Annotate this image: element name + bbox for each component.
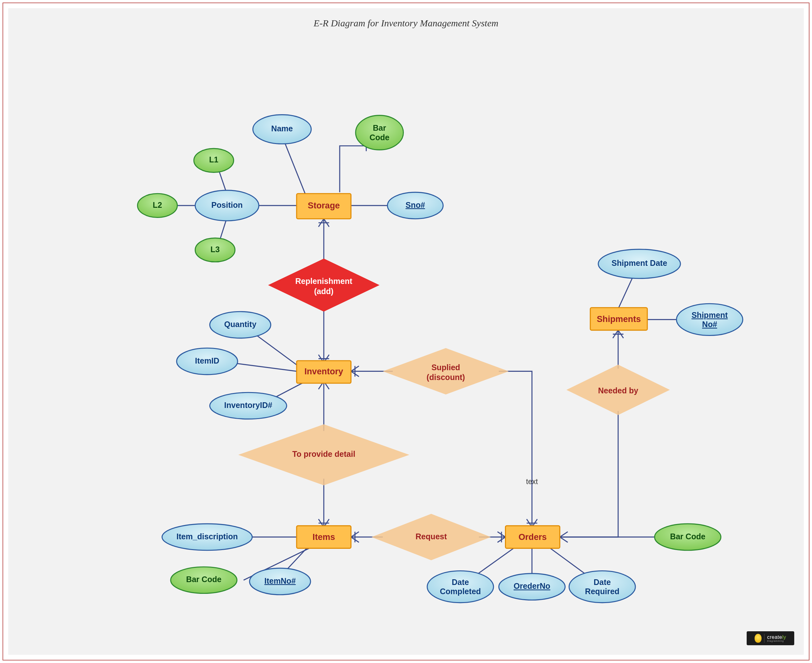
logo-brand-2: ly [782, 634, 786, 640]
rel-replenishment: Replenishment(add) [268, 259, 379, 312]
svg-text:Name: Name [271, 124, 293, 133]
rel-supplied: Suplied(discount) [383, 348, 509, 394]
svg-line-47 [560, 532, 568, 537]
svg-text:Item_discription: Item_discription [176, 532, 238, 541]
svg-text:ItemID: ItemID [195, 356, 220, 365]
attr-l2: L2 [138, 194, 177, 217]
attr-sno: Sno# [387, 192, 443, 219]
svg-text:Shipment Date: Shipment Date [612, 259, 667, 267]
svg-text:Quantity: Quantity [224, 320, 257, 329]
er-diagram: Replenishment(add) Suplied(discount) To … [8, 8, 804, 655]
svg-text:Shipments: Shipments [597, 314, 641, 324]
svg-text:ItemNo#: ItemNo# [264, 576, 295, 585]
rel-provide: To provide detail [238, 424, 409, 485]
attr-l3: L3 [195, 238, 235, 262]
edge-label-text: text [526, 477, 538, 486]
rel-needed: Needed by [567, 365, 670, 415]
logo-sub: Diagramming [767, 640, 786, 642]
svg-text:Needed by: Needed by [598, 386, 638, 395]
attr-barcode-items: Bar Code [171, 567, 237, 593]
svg-text:L1: L1 [209, 155, 218, 164]
attr-item-desc: Item_discription [162, 524, 252, 550]
creately-logo: creately Diagramming [747, 631, 794, 645]
svg-text:Bar Code: Bar Code [670, 532, 705, 541]
svg-text:Bar Code: Bar Code [186, 575, 221, 584]
svg-text:L3: L3 [210, 245, 220, 254]
logo-brand-1: create [767, 634, 782, 640]
attr-shipment-no: ShipmentNo# [676, 304, 743, 335]
svg-text:To provide detail: To provide detail [292, 450, 355, 458]
outer-frame: E-R Diagram for Inventory Management Sys… [3, 3, 809, 660]
attr-inventoryid: InventoryID# [210, 392, 286, 419]
svg-text:OrederNo: OrederNo [513, 582, 550, 590]
attr-itemid: ItemID [177, 348, 237, 375]
svg-text:Sno#: Sno# [406, 201, 425, 209]
attr-position: Position [195, 190, 259, 221]
attr-quantity: Quantity [210, 312, 271, 338]
svg-text:L2: L2 [153, 201, 162, 209]
svg-text:Storage: Storage [308, 201, 340, 210]
rel-request: Request [371, 514, 491, 560]
svg-text:InventoryID#: InventoryID# [224, 401, 273, 409]
attr-name: Name [253, 115, 311, 144]
svg-text:Orders: Orders [518, 532, 547, 542]
svg-text:Position: Position [211, 201, 243, 209]
entity-orders: Orders [505, 526, 560, 548]
svg-line-48 [560, 537, 568, 542]
diagram-canvas: E-R Diagram for Inventory Management Sys… [8, 8, 804, 655]
entity-shipments: Shipments [590, 308, 647, 330]
attr-date-required: DateRequired [569, 571, 635, 602]
entity-storage: Storage [297, 194, 351, 218]
attr-barcode-orders: Bar Code [655, 524, 721, 550]
attr-date-completed: DateCompleted [427, 571, 494, 602]
attr-barcode-storage: BarCode [355, 115, 403, 150]
attr-itemno: ItemNo# [250, 568, 310, 595]
attr-orderno: OrederNo [499, 574, 565, 600]
svg-text:Request: Request [415, 532, 447, 541]
svg-text:Inventory: Inventory [305, 366, 343, 376]
attr-l1: L1 [194, 149, 234, 172]
entity-items: Items [297, 526, 351, 548]
entity-inventory: Inventory [297, 361, 351, 383]
bulb-icon [755, 634, 762, 643]
svg-text:Items: Items [312, 532, 335, 542]
attr-shipment-date: Shipment Date [598, 249, 680, 278]
